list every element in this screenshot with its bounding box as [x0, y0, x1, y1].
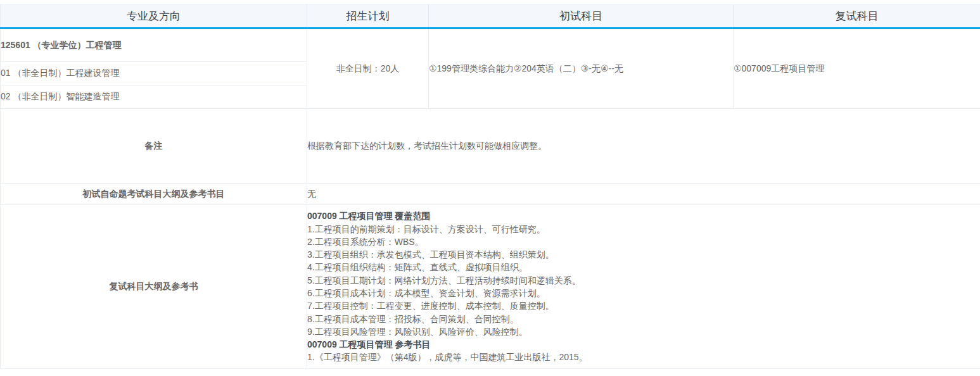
initial-subjects-value: ①199管理类综合能力②204英语（二）③-无④--无: [429, 28, 734, 109]
syllabus-item: 6.工程项目成本计划：成本模型、资金计划、资源需求计划。: [307, 287, 980, 299]
table-row-program: 125601 （专业学位）工程管理 非全日制：20人 ①199管理类综合能力②2…: [1, 28, 980, 62]
direction-02: 02 （非全日制）智能建造管理: [1, 85, 307, 109]
syllabus-item: 5.工程项目工期计划：网络计划方法、工程活动持续时间和逻辑关系。: [307, 274, 980, 287]
syllabus-item: 3.工程项目组织：承发包模式、工程项目资本结构、组织策划。: [307, 248, 980, 261]
table-row-retest-syllabus: 复试科目大纲及参考书 007009 工程项目管理 覆盖范围1.工程项目的前期策划…: [1, 205, 980, 369]
syllabus-item: 2.工程项目系统分析：WBS。: [307, 235, 980, 248]
syllabus-item: 9.工程项目风险管理：风险识别、风险评价、风险控制。: [307, 325, 980, 338]
retest-subjects-value: ①007009工程项目管理: [734, 28, 980, 109]
remarks-content: 根据教育部下达的计划数，考试招生计划数可能做相应调整。: [307, 109, 980, 184]
direction-01: 01 （非全日制）工程建设管理: [1, 62, 307, 85]
syllabus-item: 7.工程项目控制：工程变更、进度控制、成本控制、质量控制。: [307, 299, 980, 312]
syllabus-section-title: 007009 工程项目管理 覆盖范围: [307, 210, 980, 222]
header-enrollment-plan: 招生计划: [307, 4, 429, 28]
header-initial-subjects: 初试科目: [429, 4, 734, 28]
enrollment-plan-value: 非全日制：20人: [307, 28, 429, 109]
header-row: 专业及方向 招生计划 初试科目 复试科目: [1, 4, 980, 28]
table-row-initial-syllabus: 初试自命题考试科目大纲及参考书目 无: [1, 184, 980, 205]
retest-syllabus-content: 007009 工程项目管理 覆盖范围1.工程项目的前期策划：目标设计、方案设计、…: [307, 205, 980, 369]
syllabus-section-title: 007009 工程项目管理 参考书目: [307, 338, 980, 351]
table-header: 专业及方向 招生计划 初试科目 复试科目: [1, 4, 980, 28]
remarks-label: 备注: [1, 109, 307, 184]
header-retest-subjects: 复试科目: [734, 4, 980, 28]
initial-syllabus-content: 无: [307, 184, 980, 205]
retest-syllabus-label: 复试科目大纲及参考书: [1, 205, 307, 369]
syllabus-item: 1.《工程项目管理》（第4版），成虎等，中国建筑工业出版社，2015。: [307, 351, 980, 363]
table-row-remarks: 备注 根据教育部下达的计划数，考试招生计划数可能做相应调整。: [1, 109, 980, 184]
header-major-direction: 专业及方向: [1, 4, 307, 28]
admissions-page: 专业及方向 招生计划 初试科目 复试科目 125601 （专业学位）工程管理 非…: [0, 0, 980, 376]
syllabus-item: 8.工程项目成本管理：招投标、合同策划、合同控制。: [307, 313, 980, 325]
program-title: 125601 （专业学位）工程管理: [1, 28, 307, 62]
syllabus-item: 1.工程项目的前期策划：目标设计、方案设计、可行性研究。: [307, 223, 980, 235]
admissions-table: 专业及方向 招生计划 初试科目 复试科目 125601 （专业学位）工程管理 非…: [0, 4, 980, 369]
initial-syllabus-label: 初试自命题考试科目大纲及参考书目: [1, 184, 307, 205]
syllabus-item: 4.工程项目组织结构：矩阵式、直线式、虚拟项目组织。: [307, 261, 980, 273]
